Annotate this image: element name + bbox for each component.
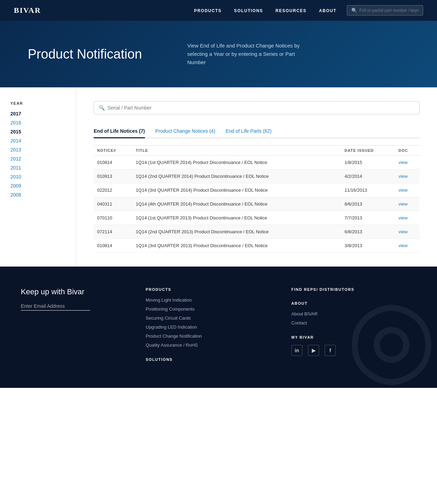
footer-reps-title: FIND REPS/ DISTRIBUTORS xyxy=(291,287,416,292)
sidebar-item-2012[interactable]: 2012 xyxy=(10,156,21,162)
sidebar-year-label: YEAR xyxy=(10,101,66,105)
col-date: DATE ISSUED xyxy=(341,146,395,156)
sidebar-item-2016[interactable]: 2016 xyxy=(10,120,21,125)
hero-description: View End of Life and Product Change Noti… xyxy=(187,42,312,67)
footer-newsletter-title: Keep up with Bivar xyxy=(21,287,125,296)
doc-link[interactable]: view xyxy=(399,160,408,165)
sidebar: YEAR 2017 2016 2015 2014 2013 2012 2011 … xyxy=(0,87,76,267)
footer-link-pcn[interactable]: Product Change Notification xyxy=(146,333,202,339)
sidebar-item-2009[interactable]: 2009 xyxy=(10,183,21,189)
main-content: YEAR 2017 2016 2015 2014 2013 2012 2011 … xyxy=(0,87,437,267)
table-row: 040311 1Q14 (4th QUARTER 2014) Product D… xyxy=(94,197,420,211)
footer-link-positioning[interactable]: Positioning Components xyxy=(146,306,195,312)
nav-links: PRODUCTS SOLUTIONS RESOURCES ABOUT xyxy=(194,8,336,13)
cell-title: 1Q14 (3rd QUARTER 2014) Product Disconti… xyxy=(132,183,341,197)
footer-mybivar-title: MY BIVAR xyxy=(291,335,416,339)
sidebar-item-2011[interactable]: 2011 xyxy=(10,165,21,171)
sidebar-year-list: 2017 2016 2015 2014 2013 2012 2011 2010 … xyxy=(10,111,66,198)
content-search-input[interactable] xyxy=(108,105,414,111)
nav-products[interactable]: PRODUCTS xyxy=(194,8,221,13)
footer-products-links: Moving Light Indication Positioning Comp… xyxy=(146,297,271,348)
nav-search-input[interactable] xyxy=(359,8,419,13)
table-row: 070110 1Q14 (1st QUARTER 2013) Product D… xyxy=(94,211,420,225)
cell-date: 6/8/2013 xyxy=(341,225,395,239)
cell-notice: 040311 xyxy=(94,197,132,211)
page-title: Product Notification xyxy=(28,47,160,62)
table-row: 010814 1Q14 (1st QUARTER 2014) Product D… xyxy=(94,156,420,170)
cell-doc: view xyxy=(395,197,420,211)
cell-doc: view xyxy=(395,183,420,197)
cell-title: 1Q14 (2nd QUARTER 2013) Product Disconti… xyxy=(132,225,341,239)
sidebar-item-2015[interactable]: 2015 xyxy=(10,129,21,134)
cell-notice: 022012 xyxy=(94,183,132,197)
table-row: 022012 1Q14 (3rd QUARTER 2014) Product D… xyxy=(94,183,420,197)
hero-section: Product Notification View End of Life an… xyxy=(0,21,437,87)
doc-link[interactable]: view xyxy=(399,243,408,248)
cell-title: 1Q14 (1st QUARTER 2013) Product Disconti… xyxy=(132,211,341,225)
table-row: 010913 1Q14 (2nd QUARTER 2014) Product D… xyxy=(94,170,420,183)
footer-newsletter: Keep up with Bivar xyxy=(21,287,125,367)
logo: BIVAR xyxy=(14,6,41,15)
footer-products-title: PRODUCTS xyxy=(146,287,271,292)
footer-link-upgrading[interactable]: Upgrading LED Indication xyxy=(146,324,197,330)
cell-date: 3/8/2013 xyxy=(341,239,395,253)
notices-table: NOTICE# TITLE DATE ISSUED DOC 010814 1Q1… xyxy=(94,145,420,253)
nav-about[interactable]: ABOUT xyxy=(319,8,336,13)
cell-notice: 070110 xyxy=(94,211,132,225)
sidebar-item-2010[interactable]: 2010 xyxy=(10,174,21,180)
tab-pcn[interactable]: Product Change Notices (4) xyxy=(155,125,215,138)
footer-about-links: About BIVAR Contact xyxy=(291,311,416,325)
nav-resources[interactable]: RESOURCES xyxy=(275,8,307,13)
youtube-icon[interactable]: ▶ xyxy=(308,345,319,356)
col-doc: DOC xyxy=(395,146,420,156)
linkedin-icon[interactable]: in xyxy=(291,345,302,356)
cell-doc: view xyxy=(395,156,420,170)
footer-link-contact[interactable]: Contact xyxy=(291,320,307,325)
nav-search-bar: 🔍 xyxy=(347,5,423,16)
footer-solutions-title: SOLUTIONS xyxy=(146,357,271,362)
cell-notice: 010913 xyxy=(94,170,132,183)
cell-doc: view xyxy=(395,239,420,253)
table-row: 010814 1Q14 (3rd QUARTER 2013) Product D… xyxy=(94,239,420,253)
nav-search-icon: 🔍 xyxy=(351,8,357,13)
content-area: 🔍 End of Life Notices (7) Product Change… xyxy=(76,87,437,267)
cell-doc: view xyxy=(395,170,420,183)
cell-date: 7/7/2013 xyxy=(341,211,395,225)
footer-link-moving-light[interactable]: Moving Light Indication xyxy=(146,297,192,303)
cell-doc: view xyxy=(395,225,420,239)
nav-solutions[interactable]: SOLUTIONS xyxy=(234,8,263,13)
navbar: BIVAR PRODUCTS SOLUTIONS RESOURCES ABOUT… xyxy=(0,0,437,21)
footer-link-qa[interactable]: Quality Assurance / RoHS xyxy=(146,342,198,348)
doc-link[interactable]: view xyxy=(399,188,408,193)
cell-title: 1Q14 (4th QUARTER 2014) Product Disconti… xyxy=(132,197,341,211)
footer: Keep up with Bivar PRODUCTS Moving Light… xyxy=(0,267,437,388)
footer-email-input[interactable] xyxy=(21,303,90,311)
content-search-icon: 🔍 xyxy=(99,105,105,111)
tab-eol-notices[interactable]: End of Life Notices (7) xyxy=(94,125,145,138)
cell-title: 1Q14 (1st QUARTER 2014) Product Disconti… xyxy=(132,156,341,170)
cell-title: 1Q14 (3rd QUARTER 2013) Product Disconti… xyxy=(132,239,341,253)
footer-reps-col: FIND REPS/ DISTRIBUTORS ABOUT About BIVA… xyxy=(291,287,416,367)
facebook-icon[interactable]: f xyxy=(325,345,336,356)
cell-date: 4/2/2014 xyxy=(341,170,395,183)
cell-date: 8/6/2013 xyxy=(341,197,395,211)
cell-date: 11/16/2013 xyxy=(341,183,395,197)
doc-link[interactable]: view xyxy=(399,229,408,234)
sidebar-item-2013[interactable]: 2013 xyxy=(10,147,21,153)
content-search-bar: 🔍 xyxy=(94,101,420,114)
col-notice: NOTICE# xyxy=(94,146,132,156)
doc-link[interactable]: view xyxy=(399,215,408,220)
doc-link[interactable]: view xyxy=(399,174,408,179)
cell-notice: 010814 xyxy=(94,239,132,253)
sidebar-item-2014[interactable]: 2014 xyxy=(10,138,21,144)
tab-eol-parts[interactable]: End of Life Parts (82) xyxy=(226,125,272,138)
table-row: 072114 1Q14 (2nd QUARTER 2013) Product D… xyxy=(94,225,420,239)
doc-link[interactable]: view xyxy=(399,201,408,207)
sidebar-item-2008[interactable]: 2008 xyxy=(10,192,21,198)
sidebar-item-2017[interactable]: 2017 xyxy=(10,111,21,116)
footer-products-col: PRODUCTS Moving Light Indication Positio… xyxy=(146,287,271,367)
footer-link-securing[interactable]: Securing Circuit Cards xyxy=(146,315,191,321)
tabs-bar: End of Life Notices (7) Product Change N… xyxy=(94,125,420,138)
footer-link-about-bivar[interactable]: About BIVAR xyxy=(291,311,318,316)
cell-notice: 010814 xyxy=(94,156,132,170)
